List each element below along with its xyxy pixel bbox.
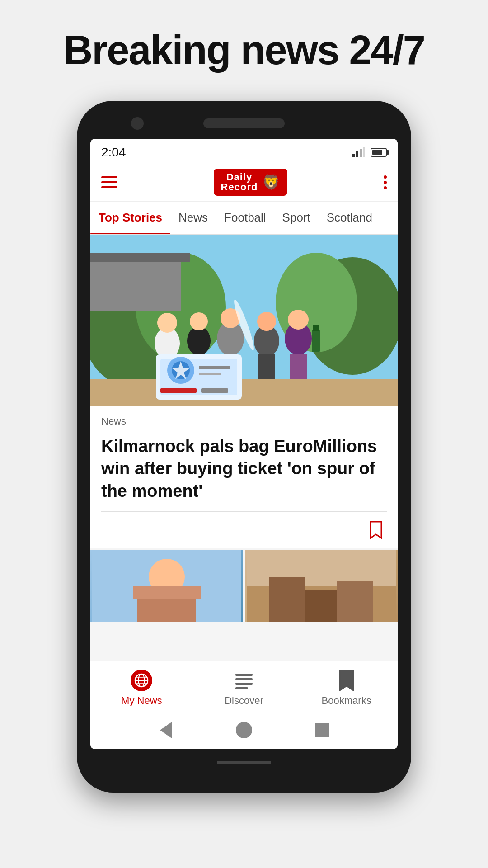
thumbnail-right[interactable] xyxy=(245,550,398,622)
article-image xyxy=(90,235,398,406)
svg-rect-37 xyxy=(160,388,197,393)
phone-shell: 2:04 xyxy=(77,101,411,793)
article-actions xyxy=(90,512,398,548)
svg-point-15 xyxy=(187,326,211,355)
svg-rect-24 xyxy=(258,354,275,379)
logo-daily: Daily xyxy=(226,172,253,182)
hamburger-icon[interactable] xyxy=(101,176,117,188)
svg-rect-53 xyxy=(235,674,253,676)
logo-text: Daily Record xyxy=(221,172,258,192)
svg-rect-1 xyxy=(356,151,358,157)
svg-rect-45 xyxy=(269,577,305,622)
bottom-nav: My News Discover xyxy=(90,661,398,711)
svg-rect-47 xyxy=(305,590,337,622)
back-button[interactable] xyxy=(156,720,176,740)
logo-box: Daily Record 🦁 xyxy=(214,169,288,196)
svg-rect-35 xyxy=(199,366,230,369)
svg-rect-54 xyxy=(235,678,253,680)
thumb-right-image xyxy=(245,550,398,622)
svg-point-16 xyxy=(190,312,208,330)
tab-top-stories[interactable]: Top Stories xyxy=(90,202,170,234)
phone-speaker xyxy=(203,118,285,128)
home-button[interactable] xyxy=(234,720,254,740)
nav-tabs: Top Stories News Football Sport Scotland xyxy=(90,202,398,235)
nav-bookmarks[interactable]: Bookmarks xyxy=(319,669,374,707)
svg-rect-42 xyxy=(133,586,201,599)
bottom-nav-items: My News Discover xyxy=(90,669,398,707)
svg-rect-27 xyxy=(290,354,307,379)
nav-my-news[interactable]: My News xyxy=(114,669,169,707)
nav-bookmarks-label: Bookmarks xyxy=(322,695,371,707)
back-icon xyxy=(160,722,172,738)
tab-football[interactable]: Football xyxy=(216,202,274,234)
discover-list-icon xyxy=(234,670,254,691)
svg-rect-55 xyxy=(235,683,253,685)
tab-news[interactable]: News xyxy=(170,202,216,234)
nav-discover-label: Discover xyxy=(225,695,263,707)
nav-discover[interactable]: Discover xyxy=(217,669,271,707)
svg-rect-56 xyxy=(235,687,248,689)
svg-rect-10 xyxy=(90,253,190,262)
battery-icon xyxy=(371,148,387,157)
status-icons xyxy=(352,147,387,157)
logo-record: Record xyxy=(221,182,258,192)
phone-bottom xyxy=(217,749,271,776)
article-title[interactable]: Kilmarnock pals bag EuroMillions win aft… xyxy=(90,431,398,511)
main-content: News Kilmarnock pals bag EuroMillions wi… xyxy=(90,235,398,661)
recents-button[interactable] xyxy=(312,720,332,740)
page-heading: Breaking news 24/7 xyxy=(63,27,424,74)
app-header: Daily Record 🦁 xyxy=(90,163,398,202)
hero-article-card[interactable]: News Kilmarnock pals bag EuroMillions wi… xyxy=(90,235,398,548)
svg-point-13 xyxy=(157,313,177,333)
svg-rect-11 xyxy=(90,379,398,406)
svg-rect-46 xyxy=(337,581,373,622)
thumb-left-image xyxy=(90,550,243,622)
tab-scotland[interactable]: Scotland xyxy=(319,202,380,234)
article-category: News xyxy=(90,406,398,431)
svg-rect-2 xyxy=(360,149,362,157)
tab-sport[interactable]: Sport xyxy=(274,202,319,234)
status-time: 2:04 xyxy=(101,145,126,160)
nav-my-news-label: My News xyxy=(121,695,162,707)
svg-point-26 xyxy=(288,310,309,330)
svg-rect-29 xyxy=(313,325,319,331)
bookmark-button[interactable] xyxy=(365,519,387,541)
home-icon xyxy=(236,722,252,738)
thumbnail-left[interactable] xyxy=(90,550,243,622)
signal-icon xyxy=(352,147,365,157)
phone-top-bar xyxy=(86,110,402,137)
svg-rect-0 xyxy=(352,154,355,157)
home-indicator xyxy=(217,761,271,764)
android-nav xyxy=(90,711,398,749)
globe-icon xyxy=(131,670,152,691)
recents-icon xyxy=(315,723,329,737)
nav-my-news-icon xyxy=(130,669,153,692)
status-bar: 2:04 xyxy=(90,139,398,163)
svg-rect-36 xyxy=(199,373,221,375)
svg-rect-38 xyxy=(201,388,228,393)
screen: 2:04 xyxy=(90,139,398,749)
logo-container[interactable]: Daily Record 🦁 xyxy=(214,169,288,196)
thumbnails-row xyxy=(90,548,398,624)
nav-bookmarks-icon xyxy=(335,669,358,692)
svg-rect-3 xyxy=(363,147,365,157)
svg-rect-9 xyxy=(90,257,181,311)
svg-rect-28 xyxy=(312,330,320,352)
more-options-icon[interactable] xyxy=(384,175,387,189)
phone-camera xyxy=(131,117,144,130)
nav-discover-icon xyxy=(232,669,256,692)
bookmarks-icon xyxy=(337,670,356,691)
article-image-svg xyxy=(90,235,398,406)
logo-lion-icon: 🦁 xyxy=(262,174,280,191)
bookmark-icon xyxy=(369,521,383,539)
svg-point-23 xyxy=(257,312,276,331)
